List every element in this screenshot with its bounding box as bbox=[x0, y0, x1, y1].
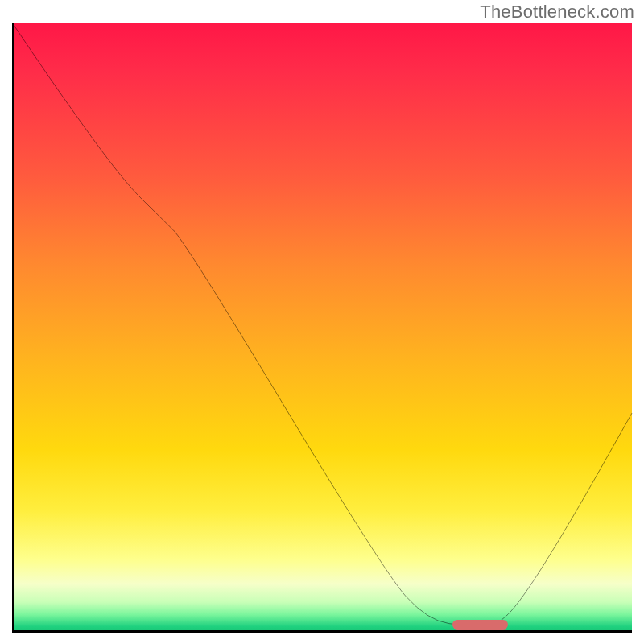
plot-area bbox=[12, 23, 632, 633]
chart-container: TheBottleneck.com bbox=[0, 0, 644, 644]
optimal-range-marker bbox=[452, 620, 508, 630]
bottleneck-curve bbox=[12, 23, 632, 633]
curve-path bbox=[12, 23, 632, 626]
watermark-text: TheBottleneck.com bbox=[480, 2, 634, 23]
